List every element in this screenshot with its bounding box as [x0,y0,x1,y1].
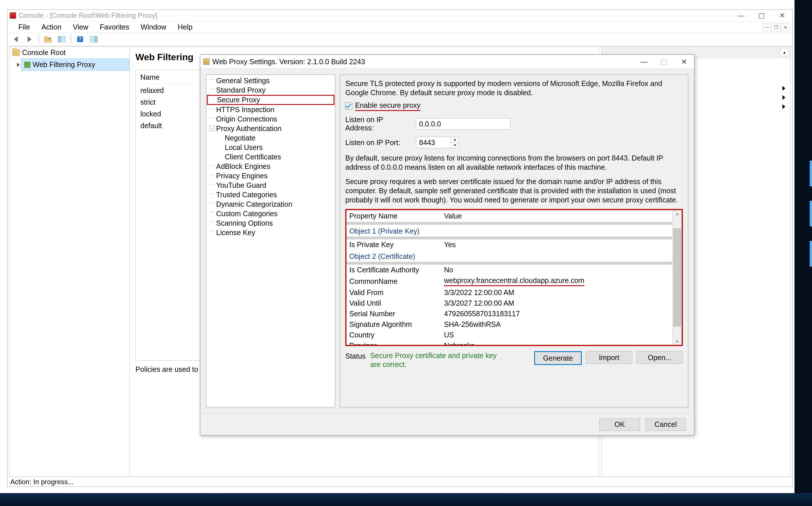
prop-value: SHA-256withRSA [441,319,672,330]
chevron-down-icon [454,145,456,146]
grid-group-1: Object 1 (Private Key) [346,225,672,237]
table-row[interactable]: Serial Number 4792605587013183117 [346,309,672,319]
window-maximize-button[interactable]: ▢ [751,10,772,21]
prop-name: Signature Algorithm [346,319,441,330]
scroll-down-icon[interactable]: ▾ [676,339,678,344]
collapse-actions-button[interactable]: ▲ [780,49,789,56]
help-button[interactable]: ? [74,33,86,45]
tree-root-node[interactable]: Console Root [9,47,129,59]
spinner-down-button[interactable] [451,143,459,148]
panel-right-icon [90,36,97,43]
nav-adblock-engines[interactable]: AdBlock Engines [207,162,334,171]
nav-https-inspection[interactable]: HTTPS Inspection [207,105,334,114]
proxy-icon [24,62,30,68]
nav-custom-categories[interactable]: Custom Categories [207,209,334,219]
window-minimize-button[interactable]: — [731,10,751,21]
menu-action[interactable]: Action [36,22,66,32]
os-taskbar-bottom [0,493,812,506]
dialog-titlebar[interactable]: Web Proxy Settings. Version: 2.1.0.0 Bui… [200,55,694,69]
taskbar-pill [810,241,812,267]
nav-local-users[interactable]: Local Users [207,143,334,152]
table-row[interactable]: Is Private Key Yes [346,239,672,250]
show-hide-tree-button[interactable] [56,33,68,45]
prop-value: 3/3/2027 12:00:00 AM [441,298,672,309]
nav-dynamic-categorization[interactable]: Dynamic Categorization [207,199,334,209]
table-row[interactable]: CommonName webproxy.francecentral.clouda… [346,275,672,287]
nav-negotiate[interactable]: Negotiate [207,133,334,143]
forward-button[interactable] [23,33,36,45]
nav-trusted-categories[interactable]: Trusted Categories [207,190,334,199]
nav-scanning-options[interactable]: Scanning Options [207,219,334,228]
table-row[interactable]: Is Certificate Authority No [346,265,672,275]
table-row[interactable]: Valid Until 3/3/2027 12:00:00 AM [346,298,672,309]
status-label: Status [345,351,366,360]
mdi-minimize-button[interactable]: — [763,23,771,31]
dialog-minimize-button[interactable]: — [634,55,654,68]
ok-button[interactable]: OK [599,418,640,431]
mdi-restore-button[interactable]: ❐ [772,23,781,31]
dialog-app-icon [203,59,209,65]
svg-rect-5 [95,36,97,42]
enable-secure-proxy-checkbox[interactable] [345,103,352,109]
mmc-app-icon [10,12,16,19]
help-icon: ? [77,36,83,42]
menu-favorites[interactable]: Favorites [95,22,135,32]
prop-name: Is Certificate Authority [346,265,441,275]
window-close-button[interactable]: ✕ [772,10,793,21]
nav-standard-proxy[interactable]: Standard Proxy [207,85,334,95]
nav-origin-connections[interactable]: Origin Connections [207,114,334,124]
listen-port-input[interactable] [416,137,451,148]
table-row[interactable]: Signature Algorithm SHA-256withRSA [346,319,672,330]
mmc-titlebar[interactable]: Console - [Console Root\Web Filtering Pr… [7,10,793,21]
grid-col-property-name[interactable]: Property Name [346,210,441,222]
menu-file[interactable]: File [13,22,35,32]
disclosure-icon[interactable] [17,63,20,67]
dialog-title: Web Proxy Settings. Version: 2.1.0.0 Bui… [212,58,365,66]
generate-button[interactable]: Generate [534,351,582,365]
listen-port-spinner[interactable] [416,137,459,148]
spinner-up-button[interactable] [451,137,459,143]
table-row[interactable]: Province Nebraska [346,340,672,345]
grid-scrollbar[interactable]: ▴ ▾ [672,210,682,345]
table-row[interactable]: Country US [346,330,672,340]
mdi-close-button[interactable]: ✕ [781,23,790,31]
enable-secure-proxy-label[interactable]: Enable secure proxy [355,101,420,111]
table-row[interactable]: Valid From 3/3/2022 12:00:00 AM [346,287,672,298]
back-button[interactable] [10,33,22,45]
folder-icon [12,50,20,56]
nav-secure-proxy[interactable]: Secure Proxy [207,95,334,105]
submenu-icon [783,104,785,109]
show-actions-button[interactable] [88,33,100,45]
nav-privacy-engines[interactable]: Privacy Engines [207,171,334,181]
prop-name: Province [346,340,441,345]
nav-client-certificates[interactable]: Client Certificates [207,152,334,162]
grid-col-value[interactable]: Value [441,210,672,222]
nav-license-key[interactable]: License Key [207,228,334,237]
nav-youtube-guard[interactable]: YouTube Guard [207,181,334,190]
collapse-icon[interactable]: − [209,126,214,131]
cancel-button[interactable]: Cancel [645,418,686,431]
mmc-menubar: File Action View Favorites Window Help —… [7,21,793,33]
menu-window[interactable]: Window [135,22,172,32]
mmc-tree-pane[interactable]: Console Root Web Filtering Proxy [9,47,130,477]
menu-view[interactable]: View [68,22,93,32]
prop-name: Valid Until [346,298,441,309]
import-button[interactable]: Import [586,351,632,364]
taskbar-pill [810,161,812,186]
open-button[interactable]: Open... [636,351,683,364]
menu-help[interactable]: Help [173,22,198,32]
certificate-grid[interactable]: Property Name Value Object 1 (Private Ke… [345,209,683,346]
scroll-up-icon[interactable]: ▴ [676,211,678,216]
nav-general-settings[interactable]: General Settings [207,76,334,85]
intro-text: Secure TLS protected proxy is supported … [345,79,683,97]
tree-child-node[interactable]: Web Filtering Proxy [21,59,129,71]
dialog-close-button[interactable]: ✕ [674,55,694,68]
dialog-nav-tree[interactable]: General Settings Standard Proxy Secure P… [206,75,335,407]
toolbar-separator [71,35,71,44]
scroll-thumb[interactable] [673,229,681,327]
nav-proxy-authentication[interactable]: −Proxy Authentication [207,124,334,133]
up-folder-button[interactable] [42,33,54,45]
listen-ip-input[interactable] [416,118,511,130]
chevron-up-icon [454,139,456,141]
submenu-icon [783,86,785,91]
